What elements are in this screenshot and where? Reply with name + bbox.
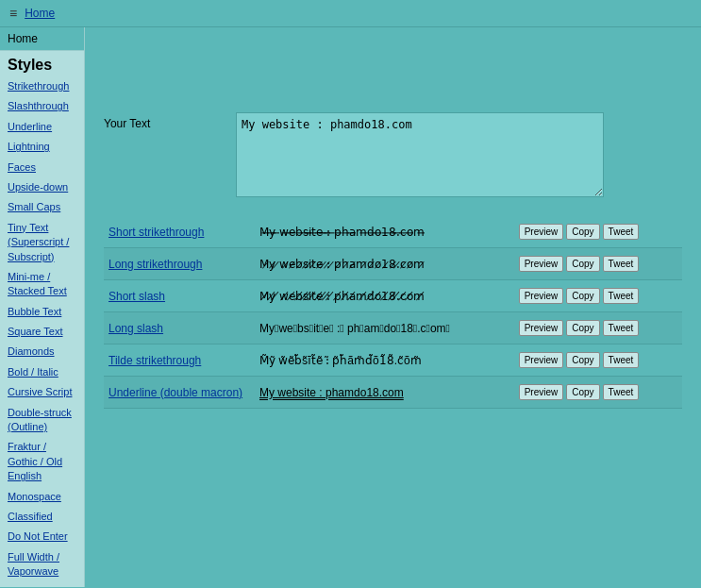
copy-button[interactable]: Copy bbox=[566, 224, 599, 240]
tweet-button[interactable]: Tweet bbox=[603, 224, 640, 240]
action-buttons-cell-5: PreviewCopyTweet bbox=[514, 377, 682, 409]
style-preview-0: M̶y̶ ̶w̶e̶b̶s̶i̶t̶e̶ ̶:̶ ̶p̶h̶a̶m̶d̶o̶1̶… bbox=[255, 216, 514, 248]
style-preview-4: M̃ỹ w̃ẽb̃s̃ĩt̃ẽ :̃ p̃h̃ãm̃d̃õ1̃8̃.c̃õm̃ bbox=[255, 344, 514, 377]
action-buttons-cell-4: PreviewCopyTweet bbox=[514, 344, 682, 377]
sidebar-item-diamonds[interactable]: Diamonds bbox=[0, 342, 84, 361]
sidebar-item-mini-me---stacked-text[interactable]: Mini-me / Stacked Text bbox=[0, 267, 84, 302]
main-content: Your Text Short strikethroughM̶y̶ ̶w̶e̶b… bbox=[85, 27, 701, 587]
styles-table-body: Short strikethroughM̶y̶ ̶w̶e̶b̶s̶i̶t̶e̶ … bbox=[104, 216, 682, 409]
preview-button[interactable]: Preview bbox=[519, 384, 564, 400]
action-buttons-cell-2: PreviewCopyTweet bbox=[514, 280, 682, 312]
sidebar-item-home[interactable]: Home bbox=[0, 27, 84, 51]
sidebar-item-cursive-script[interactable]: Cursive Script bbox=[0, 382, 84, 402]
style-name-3[interactable]: Long slash bbox=[104, 312, 255, 344]
sidebar-items-list: StrikethroughSlashthroughUnderlineLightn… bbox=[0, 76, 84, 587]
styles-table: Short strikethroughM̶y̶ ̶w̶e̶b̶s̶i̶t̶e̶ … bbox=[104, 216, 682, 409]
table-row: Tilde strikethroughM̃ỹ w̃ẽb̃s̃ĩt̃ẽ :̃ p̃… bbox=[104, 344, 682, 377]
sidebar-item-clapback[interactable]: Clapback bbox=[0, 582, 84, 587]
tweet-button[interactable]: Tweet bbox=[603, 320, 640, 336]
sidebar-item-slashthrough[interactable]: Slashthrough bbox=[0, 96, 84, 116]
input-section: Your Text bbox=[104, 112, 682, 197]
style-name-4[interactable]: Tilde strikethrough bbox=[104, 344, 255, 377]
sidebar-item-lightning[interactable]: Lightning bbox=[0, 137, 84, 157]
sidebar: Home Styles StrikethroughSlashthroughUnd… bbox=[0, 27, 85, 587]
sidebar-item-underline[interactable]: Underline bbox=[0, 117, 84, 137]
action-buttons-cell-3: PreviewCopyTweet bbox=[514, 312, 682, 344]
topbar: ≡ Home bbox=[0, 0, 701, 27]
style-preview-1: M̷y̷ ̷w̷e̷b̷s̷i̷t̷e̷ ̷:̷ ̷p̷h̷a̷m̷d̷o̷1̷… bbox=[255, 248, 514, 280]
action-buttons-cell-1: PreviewCopyTweet bbox=[514, 248, 682, 280]
sidebar-item-fraktur---gothic---old-english[interactable]: Fraktur / Gothic / Old English bbox=[0, 437, 84, 486]
sidebar-item-upside-down[interactable]: Upside-down bbox=[0, 177, 84, 197]
copy-button[interactable]: Copy bbox=[566, 256, 599, 272]
tweet-button[interactable]: Tweet bbox=[603, 256, 640, 272]
copy-button[interactable]: Copy bbox=[566, 320, 599, 336]
style-name-0[interactable]: Short strikethrough bbox=[104, 216, 255, 248]
style-preview-2: M̸y̸ ̸w̸e̸b̸s̸i̸t̸e̸ ̸:̸ ̸p̸h̸a̸m̸d̸o̸1̸… bbox=[255, 280, 514, 312]
layout: Home Styles StrikethroughSlashthroughUnd… bbox=[0, 27, 701, 587]
table-row: Short slashM̸y̸ ̸w̸e̸b̸s̸i̸t̸e̸ ̸:̸ ̸p̸h… bbox=[104, 280, 682, 312]
style-name-2[interactable]: Short slash bbox=[104, 280, 255, 312]
tweet-button[interactable]: Tweet bbox=[603, 288, 640, 304]
style-name-1[interactable]: Long strikethrough bbox=[104, 248, 255, 280]
home-link[interactable]: Home bbox=[25, 7, 55, 20]
preview-button[interactable]: Preview bbox=[519, 352, 564, 368]
table-row: Short strikethroughM̶y̶ ̶w̶e̶b̶s̶i̶t̶e̶ … bbox=[104, 216, 682, 248]
copy-button[interactable]: Copy bbox=[566, 288, 599, 304]
sidebar-item-tiny-text--superscript---subscript-[interactable]: Tiny Text (Superscript / Subscript) bbox=[0, 218, 84, 267]
sidebar-item-double-struck--outline-[interactable]: Double-struck (Outline) bbox=[0, 403, 84, 438]
style-preview-5: My website : phamdo18.com bbox=[255, 377, 514, 409]
action-buttons-cell-0: PreviewCopyTweet bbox=[514, 216, 682, 248]
sidebar-item-do-not-enter[interactable]: Do Not Enter bbox=[0, 527, 84, 546]
menu-icon[interactable]: ≡ bbox=[9, 6, 17, 21]
style-preview-3: My⃫we⃫bs⃫it⃫e⃫ :⃫ ph⃫am⃫do⃫18⃫.c⃫om⃫ bbox=[255, 312, 514, 344]
table-row: Long slashMy⃫we⃫bs⃫it⃫e⃫ :⃫ ph⃫am⃫do⃫18⃫… bbox=[104, 312, 682, 344]
copy-button[interactable]: Copy bbox=[566, 384, 599, 400]
sidebar-item-faces[interactable]: Faces bbox=[0, 158, 84, 177]
sidebar-item-classified[interactable]: Classified bbox=[0, 507, 84, 527]
sidebar-item-full-width---vaporwave[interactable]: Full Width / Vaporwave bbox=[0, 547, 84, 582]
style-name-5[interactable]: Underline (double macron) bbox=[104, 377, 255, 409]
sidebar-item-small-caps[interactable]: Small Caps bbox=[0, 197, 84, 217]
preview-button[interactable]: Preview bbox=[519, 256, 564, 272]
your-text-label: Your Text bbox=[104, 112, 236, 130]
sidebar-styles-heading: Styles bbox=[0, 51, 84, 76]
sidebar-item-monospace[interactable]: Monospace bbox=[0, 487, 84, 507]
tweet-button[interactable]: Tweet bbox=[603, 384, 640, 400]
sidebar-item-bubble-text[interactable]: Bubble Text bbox=[0, 302, 84, 322]
sidebar-item-strikethrough[interactable]: Strikethrough bbox=[0, 76, 84, 96]
table-row: Long strikethroughM̷y̷ ̷w̷e̷b̷s̷i̷t̷e̷ ̷… bbox=[104, 248, 682, 280]
preview-button[interactable]: Preview bbox=[519, 320, 564, 336]
sidebar-item-bold---italic[interactable]: Bold / Italic bbox=[0, 362, 84, 382]
tweet-button[interactable]: Tweet bbox=[603, 352, 640, 368]
table-row: Underline (double macron)My website : ph… bbox=[104, 377, 682, 409]
copy-button[interactable]: Copy bbox=[566, 352, 599, 368]
text-input[interactable] bbox=[236, 112, 604, 197]
sidebar-item-square-text[interactable]: Square Text bbox=[0, 322, 84, 342]
preview-button[interactable]: Preview bbox=[519, 224, 564, 240]
preview-button[interactable]: Preview bbox=[519, 288, 564, 304]
